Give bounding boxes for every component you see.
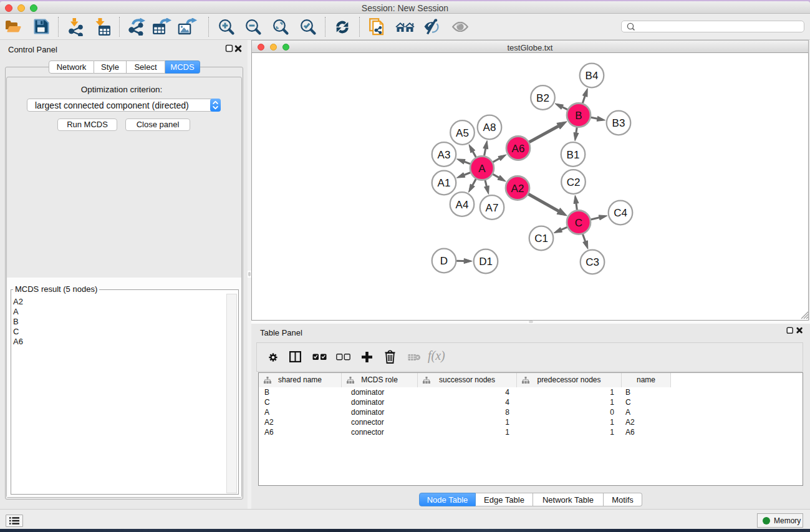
svg-text:A4: A4 xyxy=(456,199,469,211)
svg-text:C: C xyxy=(575,217,582,229)
svg-text:A3: A3 xyxy=(438,149,451,161)
svg-text:B: B xyxy=(575,110,582,122)
svg-text:A5: A5 xyxy=(456,127,469,139)
svg-text:A: A xyxy=(478,163,486,175)
svg-text:A7: A7 xyxy=(486,202,499,214)
svg-text:A6: A6 xyxy=(512,143,525,155)
svg-text:D1: D1 xyxy=(479,256,493,268)
svg-text:A8: A8 xyxy=(483,122,496,133)
svg-text:C3: C3 xyxy=(586,256,599,268)
svg-text:C1: C1 xyxy=(534,233,548,244)
svg-text:B4: B4 xyxy=(586,70,599,82)
svg-text:B3: B3 xyxy=(612,117,625,129)
svg-text:C4: C4 xyxy=(614,207,627,219)
svg-text:B2: B2 xyxy=(536,92,549,104)
svg-text:D: D xyxy=(440,255,448,267)
svg-text:A1: A1 xyxy=(438,177,451,189)
svg-text:B1: B1 xyxy=(567,149,580,161)
svg-text:C2: C2 xyxy=(567,177,581,188)
svg-text:A2: A2 xyxy=(511,183,524,195)
